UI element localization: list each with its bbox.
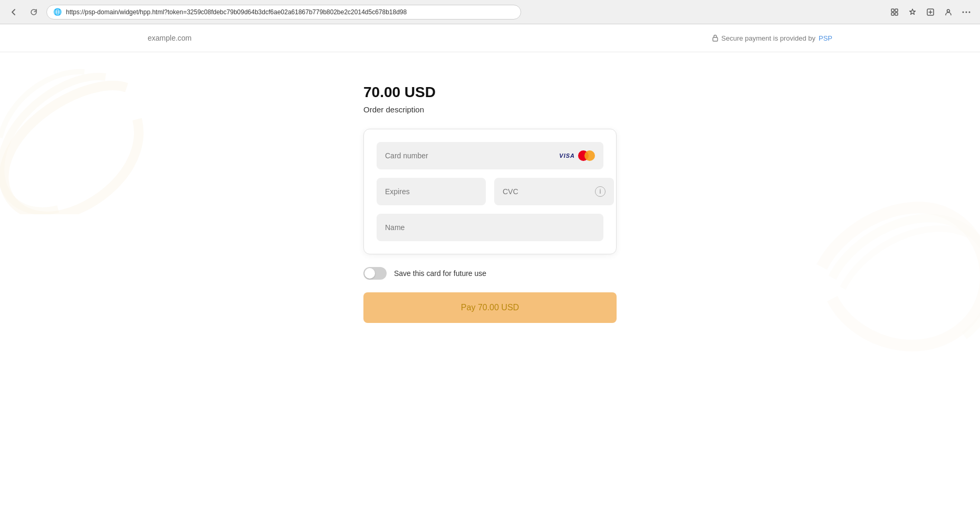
svg-rect-1 — [895, 9, 898, 12]
payment-container: 70.00 USD Order description VISA — [363, 84, 617, 323]
globe-icon: 🌐 — [53, 8, 62, 16]
svg-rect-9 — [713, 37, 717, 41]
lock-icon — [712, 34, 718, 42]
visa-icon: VISA — [559, 153, 575, 159]
cvc-input[interactable] — [503, 178, 595, 205]
browser-actions — [887, 5, 974, 20]
card-number-input[interactable] — [385, 142, 559, 169]
order-description: Order description — [363, 105, 617, 114]
save-card-row: Save this card for future use — [363, 267, 617, 280]
svg-point-6 — [963, 11, 964, 13]
expiry-input[interactable] — [377, 178, 486, 205]
url-text: https://psp-domain/widget/hpp.html?token… — [66, 8, 514, 16]
mastercard-icon — [578, 150, 595, 161]
back-button[interactable] — [6, 5, 21, 20]
mc-circle-right — [584, 150, 595, 161]
browser-chrome: 🌐 https://psp-domain/widget/hpp.html?tok… — [0, 0, 980, 24]
address-bar[interactable]: 🌐 https://psp-domain/widget/hpp.html?tok… — [46, 5, 521, 20]
card-icons: VISA — [559, 150, 595, 161]
amount: 70.00 USD — [363, 84, 617, 101]
page-header: example.com Secure payment is provided b… — [0, 24, 980, 52]
svg-rect-2 — [891, 13, 894, 15]
psp-link[interactable]: PSP — [819, 34, 832, 42]
refresh-button[interactable] — [26, 5, 41, 20]
pay-button[interactable]: Pay 70.00 USD — [363, 292, 617, 323]
card-form: VISA i — [363, 129, 617, 254]
secure-payment: Secure payment is provided by PSP — [712, 34, 833, 42]
svg-rect-3 — [895, 13, 898, 15]
svg-rect-0 — [891, 9, 894, 12]
toggle-knob — [364, 268, 375, 279]
collections-button[interactable] — [923, 5, 938, 20]
svg-point-7 — [966, 11, 967, 13]
svg-point-8 — [969, 11, 971, 13]
name-input[interactable] — [377, 214, 603, 241]
expiry-cvc-row: i — [377, 178, 603, 205]
favorites-button[interactable] — [905, 5, 920, 20]
cvc-row: i — [494, 178, 614, 205]
more-button[interactable] — [959, 5, 974, 20]
tab-manager-button[interactable] — [887, 5, 902, 20]
cvc-info-icon[interactable]: i — [595, 186, 606, 197]
page-wrapper: example.com Secure payment is provided b… — [0, 24, 980, 505]
card-number-row: VISA — [377, 142, 603, 169]
save-card-label: Save this card for future use — [394, 269, 486, 278]
svg-point-5 — [947, 9, 950, 12]
profile-button[interactable] — [941, 5, 956, 20]
secure-text: Secure payment is provided by — [722, 34, 815, 42]
merchant-name: example.com — [148, 34, 191, 42]
save-card-toggle[interactable] — [363, 267, 387, 280]
main-content: 70.00 USD Order description VISA — [0, 52, 980, 344]
